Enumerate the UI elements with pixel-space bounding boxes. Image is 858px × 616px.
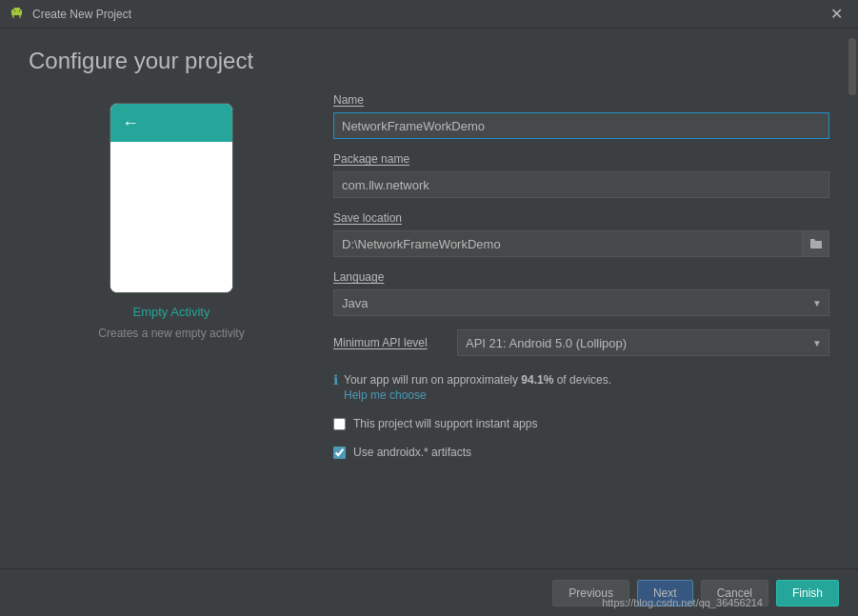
instant-apps-label[interactable]: This project will support instant apps bbox=[353, 417, 537, 430]
footer: Previous Next Cancel Finish bbox=[0, 568, 858, 616]
svg-point-0 bbox=[14, 10, 15, 10]
info-row: ℹ Your app will run on approximately 94.… bbox=[333, 371, 829, 402]
folder-icon bbox=[809, 238, 823, 249]
save-location-input[interactable] bbox=[333, 230, 803, 257]
back-icon: ← bbox=[122, 113, 139, 133]
package-label: Package name bbox=[333, 152, 829, 166]
save-location-input-row bbox=[333, 230, 829, 257]
name-input[interactable] bbox=[333, 112, 829, 139]
svg-point-1 bbox=[19, 10, 20, 10]
androidx-checkbox-row: Use androidx.* artifacts bbox=[333, 446, 829, 459]
activity-label: Empty Activity bbox=[133, 305, 210, 319]
save-location-label: Save location bbox=[333, 211, 829, 225]
activity-description: Creates a new empty activity bbox=[98, 327, 244, 340]
finish-button[interactable]: Finish bbox=[776, 580, 839, 606]
api-label: Minimum API level bbox=[333, 336, 448, 349]
instant-apps-checkbox-row: This project will support instant apps bbox=[333, 417, 829, 430]
help-me-choose-link[interactable]: Help me choose bbox=[344, 388, 611, 402]
close-button[interactable]: ✕ bbox=[825, 5, 848, 24]
language-label: Language bbox=[333, 270, 829, 284]
info-content: Your app will run on approximately 94.1%… bbox=[344, 371, 611, 402]
phone-preview-header: ← bbox=[110, 104, 232, 142]
save-location-field-group: Save location bbox=[333, 211, 829, 257]
page-title: Configure your project bbox=[0, 29, 858, 74]
watermark: https://blog.csdn.net/qq_36456214 bbox=[602, 597, 763, 608]
name-field-group: Name bbox=[333, 93, 829, 139]
scrollbar[interactable] bbox=[847, 29, 858, 568]
title-bar: Create New Project ✕ bbox=[0, 0, 858, 29]
api-level-row: Minimum API level API 21: Android 5.0 (L… bbox=[333, 329, 829, 356]
api-select-wrapper: API 21: Android 5.0 (Lollipop) API 22: A… bbox=[457, 329, 829, 356]
right-panel: Name Package name Save location Language bbox=[314, 93, 829, 595]
instant-apps-checkbox[interactable] bbox=[333, 418, 346, 430]
info-text: Your app will run on approximately 94.1%… bbox=[344, 373, 611, 387]
name-label: Name bbox=[333, 93, 829, 107]
package-field-group: Package name bbox=[333, 152, 829, 198]
language-select-wrapper: Java Kotlin ▼ bbox=[333, 289, 829, 316]
phone-preview-body bbox=[110, 142, 232, 292]
api-select[interactable]: API 21: Android 5.0 (Lollipop) API 22: A… bbox=[457, 329, 829, 356]
android-icon bbox=[10, 7, 25, 22]
package-input[interactable] bbox=[333, 171, 829, 198]
info-icon: ℹ bbox=[333, 372, 338, 387]
folder-browse-button[interactable] bbox=[803, 230, 829, 257]
scroll-thumb bbox=[848, 38, 856, 95]
language-field-group: Language Java Kotlin ▼ bbox=[333, 270, 829, 316]
androidx-checkbox[interactable] bbox=[333, 447, 346, 459]
main-content: ← Empty Activity Creates a new empty act… bbox=[0, 74, 858, 614]
left-panel: ← Empty Activity Creates a new empty act… bbox=[29, 93, 314, 595]
androidx-label[interactable]: Use androidx.* artifacts bbox=[353, 446, 471, 459]
phone-preview: ← bbox=[110, 103, 233, 293]
title-bar-title: Create New Project bbox=[32, 8, 131, 21]
language-select[interactable]: Java Kotlin bbox=[333, 289, 829, 316]
